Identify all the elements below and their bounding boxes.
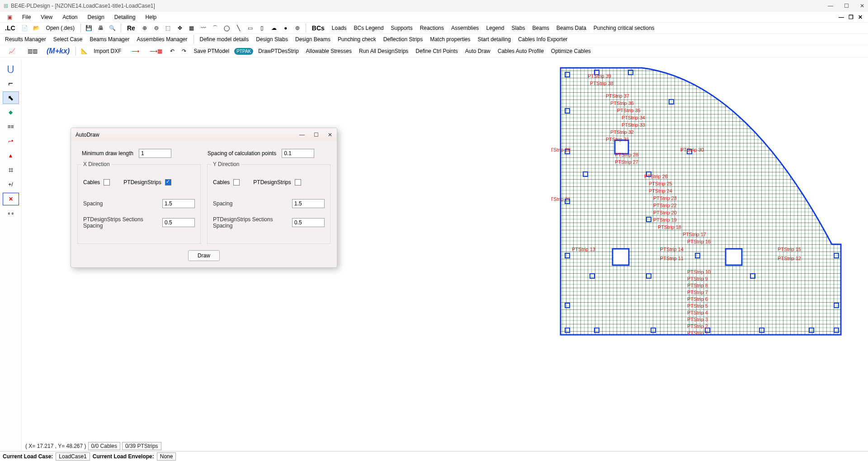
beams-manager-button[interactable]: Beams Manager [87,35,132,43]
dxf-icon[interactable]: 📐 [80,47,89,56]
bcs-button[interactable]: BCs [310,24,327,33]
re-button[interactable]: Re [125,24,137,33]
menu-file[interactable]: File [18,13,35,22]
red-arrow-icon[interactable]: ⟶ [126,47,144,56]
draw-button[interactable]: Draw [188,250,220,261]
open-folder-icon[interactable]: 📂 [32,24,41,33]
menu-help[interactable]: Help [141,13,161,22]
redo-icon[interactable]: ↷ [179,47,189,56]
dialog-titlebar[interactable]: AutoDraw — ☐ ✕ [71,128,337,142]
mdi-close-button[interactable]: ✕ [858,14,863,20]
spacing-calc-points-input[interactable] [282,149,314,158]
window-close-button[interactable]: ✕ [860,3,864,9]
y-ptdesignstrips-checkbox[interactable] [295,179,301,185]
zoom-out-icon[interactable]: ⊖ [152,24,161,33]
import-dxf-button[interactable]: Import DXF [91,47,123,55]
assemblies-button[interactable]: Assemblies [449,24,481,32]
tool-rect-x-icon[interactable]: ✕ [3,193,19,205]
y-sections-spacing-input[interactable] [292,218,325,227]
zoom-icon[interactable]: 🔍 [108,24,117,33]
red-arrow-grid-icon[interactable]: ⟶▦ [147,47,165,56]
y-spacing-input[interactable] [292,199,325,208]
dialog-maximize-button[interactable]: ☐ [314,132,319,138]
rect-a-icon[interactable]: ▭ [246,24,255,33]
ptpak-button[interactable]: PTPAK [234,48,253,55]
mkx-button[interactable]: (M+kx) [44,46,72,56]
menu-design[interactable]: Design [83,13,109,22]
window-minimize-button[interactable]: — [828,3,833,9]
tool-hash-icon[interactable]: ⌗ [3,164,19,176]
menu-detailing[interactable]: Detailing [110,13,140,22]
loads-button[interactable]: Loads [330,24,349,32]
x-cables-checkbox[interactable] [104,179,110,185]
tool-corner-icon[interactable]: ⌐ [3,77,19,90]
select-case-button[interactable]: Select Case [51,35,85,43]
tool-angle-icon[interactable]: ⌐• [3,135,19,147]
tool-plus-slash-icon[interactable]: +/ [3,178,19,191]
allowable-stresses-button[interactable]: Allowable Stresses [304,47,354,55]
undo-icon[interactable]: ↶ [168,47,177,56]
window-maximize-button[interactable]: ☐ [844,3,849,9]
punching-sections-button[interactable]: Punching critical sections [591,24,657,32]
target-icon[interactable]: ⊚ [293,24,302,33]
blob-icon[interactable]: ☁ [269,24,278,33]
new-file-icon[interactable]: 📄 [20,24,29,33]
mdi-restore-button[interactable]: ❐ [849,14,854,20]
results-manager-button[interactable]: Results Manager [3,35,48,43]
zoom-window-icon[interactable]: ⬚ [164,24,173,33]
lc-button[interactable]: .LC [3,24,18,33]
print-icon[interactable]: 🖶 [96,24,105,33]
barcode-icon[interactable]: ▥▥ [24,47,42,56]
dialog-minimize-button[interactable]: — [299,132,305,138]
tool-lines-icon[interactable]: ≡≡ [3,120,19,133]
deflection-strips-button[interactable]: Deflection Strips [381,35,425,43]
define-ctrl-points-button[interactable]: Define Ctrl Points [413,47,460,55]
line-icon[interactable]: ╲ [234,24,243,33]
optimize-cables-button[interactable]: Optimize Cables [549,47,593,55]
zoom-in-icon[interactable]: ⊕ [140,24,149,33]
drawing-canvas[interactable]: PTStrip 1 PTStrip 2 PTStrip 3 PTStrip 4 … [22,60,868,441]
save-icon[interactable]: 💾 [85,24,94,33]
bcs-legend-button[interactable]: BCs Legend [352,24,386,32]
bold-circle-icon[interactable]: ● [281,24,290,33]
draw-ptdesstrip-button[interactable]: DrawPTDesStrip [256,47,301,55]
slabs-button[interactable]: Slabs [509,24,527,32]
beams-button[interactable]: Beams [530,24,551,32]
pan-icon[interactable]: ✥ [175,24,184,33]
curve-icon[interactable]: ⌒ [211,24,220,33]
supports-button[interactable]: Supports [389,24,415,32]
match-properties-button[interactable]: Match properties [428,35,472,43]
x-sections-spacing-input[interactable] [162,218,195,227]
mdi-minimize-button[interactable]: — [839,14,844,20]
cables-info-exporter-button[interactable]: Cables Info Exporter [516,35,570,43]
dialog-close-button[interactable]: ✕ [328,132,332,138]
design-beams-button[interactable]: Design Beams [293,35,333,43]
x-ptdesignstrips-checkbox[interactable] [165,179,171,185]
tool-stirrup-icon[interactable]: ⋃ [3,62,19,75]
save-ptmodel-button[interactable]: Save PTModel [191,47,231,55]
start-detailing-button[interactable]: Start detailing [476,35,513,43]
tool-triangle-icon[interactable]: ▲ [3,149,19,162]
punching-check-button[interactable]: Punching check [335,35,378,43]
x-spacing-input[interactable] [162,199,195,208]
menu-view[interactable]: View [36,13,57,22]
tool-dots-icon[interactable]: ∘∘ [3,207,19,220]
assemblies-manager-button[interactable]: Assemblies Manager [134,35,189,43]
legend-button[interactable]: Legend [484,24,506,32]
rect-b-icon[interactable]: ▯ [258,24,267,33]
run-all-designstrips-button[interactable]: Run All DesignStrips [357,47,410,55]
design-slabs-button[interactable]: Design Slabs [254,35,290,43]
reactions-button[interactable]: Reactions [418,24,446,32]
tool-select-icon[interactable]: ⬉ [3,91,19,104]
y-cables-checkbox[interactable] [233,179,240,185]
menu-action[interactable]: Action [58,13,82,22]
open-des-button[interactable]: Open (.des) [44,24,77,32]
circle-icon[interactable]: ◯ [222,24,231,33]
wave-icon[interactable]: 〰 [199,24,208,33]
tool-plane-icon[interactable]: ◆ [3,106,19,119]
cables-auto-profile-button[interactable]: Cables Auto Profile [495,47,546,55]
min-draw-length-input[interactable] [139,149,171,158]
chart-icon[interactable]: 📈 [3,47,21,56]
define-model-details-button[interactable]: Define model details [198,35,251,43]
auto-draw-button[interactable]: Auto Draw [463,47,493,55]
